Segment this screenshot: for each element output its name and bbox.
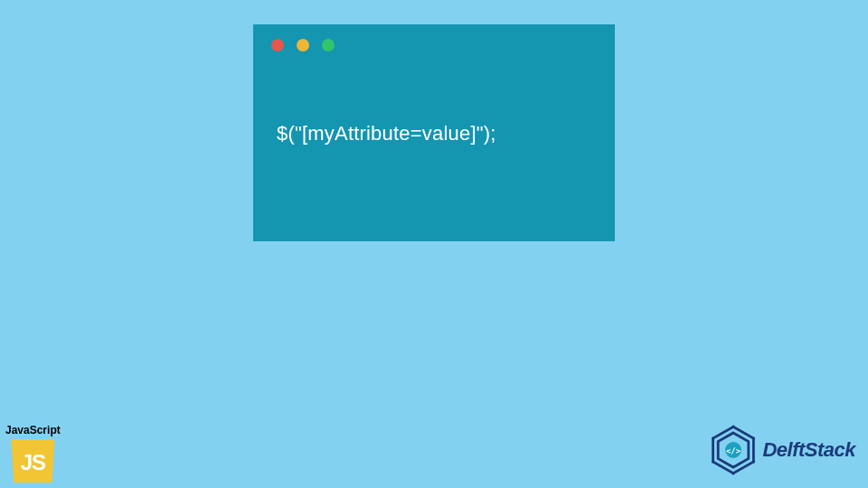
svg-text:</>: </> [726, 446, 741, 455]
brand-logo-icon: </> [708, 425, 759, 475]
svg-point-8 [712, 460, 714, 463]
javascript-logo-icon: JS [11, 439, 54, 483]
window-traffic-lights [253, 24, 615, 52]
svg-point-5 [752, 436, 755, 439]
code-content: $("[myAttribute=value]"); [253, 52, 615, 145]
svg-point-4 [732, 426, 735, 428]
javascript-badge: JavaScript JS [5, 424, 61, 483]
javascript-badge-label: JavaScript [5, 424, 61, 436]
minimize-dot-icon [297, 39, 309, 52]
svg-point-6 [752, 460, 755, 463]
svg-point-7 [732, 472, 735, 474]
javascript-logo-text: JS [21, 450, 45, 475]
close-dot-icon [271, 39, 284, 52]
svg-point-9 [712, 436, 714, 439]
brand-name: DelftStack [762, 438, 855, 462]
brand: </> DelftStack [708, 425, 855, 475]
maximize-dot-icon [322, 39, 335, 52]
code-window: $("[myAttribute=value]"); [253, 24, 615, 241]
